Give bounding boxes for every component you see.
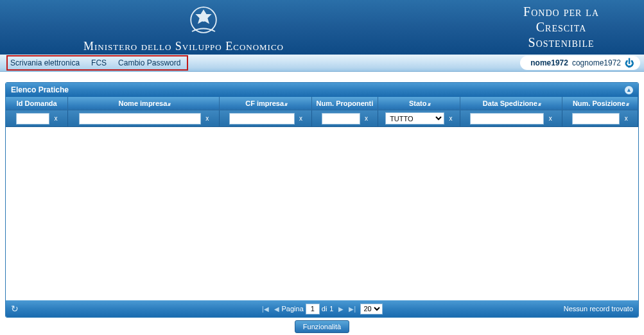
pager-prev-icon[interactable]: ◀ (272, 305, 282, 313)
filter-num-posizione[interactable] (572, 113, 620, 125)
grid-table: Id Domanda Nome impresa CF impresa Num. … (6, 97, 638, 127)
grid-body-empty (6, 127, 638, 300)
header-banner: Ministero dello Sviluppo Economico Fondo… (0, 0, 644, 55)
pager-pagesize-select[interactable]: 20 (360, 304, 383, 314)
elenco-pratiche-panel: Elenco Pratiche ▲ Id Domanda Nome impres… (5, 82, 639, 318)
navbar: Scrivania elettronica FCS Cambio Passwor… (0, 55, 644, 72)
pager: ↻ |◀ ◀ Pagina di 1 ▶ ▶| 20 Nessun record… (6, 300, 638, 317)
clear-num-proponenti[interactable]: x (365, 115, 368, 122)
funzionalita-button[interactable]: Funzionalità (295, 320, 349, 333)
nav-scrivania[interactable]: Scrivania elettronica (10, 58, 80, 67)
grid-header-row: Id Domanda Nome impresa CF impresa Num. … (6, 97, 638, 110)
nav-links-highlight: Scrivania elettronica FCS Cambio Passwor… (6, 55, 188, 71)
collapse-icon[interactable]: ▲ (625, 86, 633, 94)
filter-data-spedizione[interactable] (470, 113, 544, 125)
clear-id-domanda[interactable]: x (54, 115, 57, 122)
col-stato[interactable]: Stato (378, 97, 460, 110)
pager-of-label: di (322, 305, 327, 313)
footer-buttons: Funzionalità (0, 320, 644, 333)
filter-id-domanda[interactable] (16, 113, 49, 125)
col-num-proponenti[interactable]: Num. Proponenti (312, 97, 378, 110)
pager-next-icon[interactable]: ▶ (336, 305, 346, 313)
col-data-spedizione[interactable]: Data Spedizione (460, 97, 562, 110)
pager-page-input[interactable] (306, 304, 320, 314)
pager-last-icon[interactable]: ▶| (346, 305, 358, 313)
fund-title-line3: Sostenibile (523, 35, 599, 50)
nav-cambio-password[interactable]: Cambio Password (118, 58, 180, 67)
filter-num-proponenti[interactable] (322, 113, 360, 125)
panel-title-text: Elenco Pratiche (11, 85, 69, 94)
italy-emblem-icon (186, 3, 221, 37)
pager-total-pages: 1 (329, 305, 333, 313)
ministry-title: Ministero dello Sviluppo Economico (83, 40, 284, 53)
pager-page-label: Pagina (282, 305, 304, 313)
fund-title: Fondo per la Crescita Sostenibile (523, 4, 599, 50)
user-box: nome1972 cognome1972 ⏻ (520, 56, 640, 70)
user-lastname: cognome1972 (572, 58, 621, 67)
nav-fcs[interactable]: FCS (91, 58, 107, 67)
pager-first-icon[interactable]: |◀ (259, 305, 272, 313)
refresh-icon[interactable]: ↻ (11, 304, 19, 314)
user-firstname: nome1972 (530, 58, 568, 67)
col-nome-impresa[interactable]: Nome impresa (68, 97, 220, 110)
clear-cf-impresa[interactable]: x (299, 115, 302, 122)
fund-title-line1: Fondo per la (523, 4, 599, 19)
logout-icon[interactable]: ⏻ (625, 58, 634, 67)
col-num-posizione[interactable]: Num. Posizione (562, 97, 638, 110)
panel-header: Elenco Pratiche ▲ (6, 83, 638, 97)
clear-data-spedizione[interactable]: x (549, 115, 552, 122)
filter-stato[interactable]: TUTTO (385, 112, 444, 125)
clear-nome-impresa[interactable]: x (205, 115, 209, 122)
grid-filter-row: x x x x TUTTO x (6, 110, 638, 127)
filter-nome-impresa[interactable] (79, 113, 201, 125)
filter-cf-impresa[interactable] (229, 113, 295, 125)
clear-num-posizione[interactable]: x (625, 115, 628, 122)
pager-no-records: Nessun record trovato (564, 305, 633, 313)
clear-stato[interactable]: x (449, 115, 452, 122)
col-cf-impresa[interactable]: CF impresa (220, 97, 312, 110)
fund-title-line2: Crescita (523, 19, 599, 35)
col-id-domanda[interactable]: Id Domanda (6, 97, 68, 110)
